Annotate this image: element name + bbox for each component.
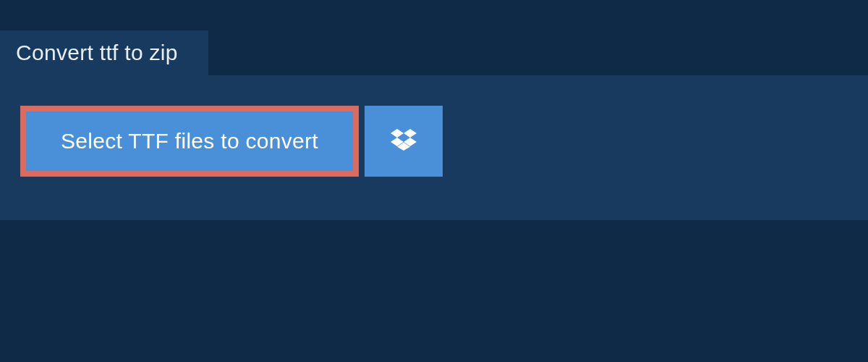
dropbox-button[interactable] — [365, 106, 443, 177]
upload-button-row: Select TTF files to convert — [20, 106, 848, 177]
tab-bar: Convert ttf to zip — [0, 0, 868, 75]
content-panel: Select TTF files to convert — [0, 75, 868, 220]
dropbox-icon — [391, 127, 417, 156]
tab-convert[interactable]: Convert ttf to zip — [0, 30, 208, 75]
tab-label: Convert ttf to zip — [16, 41, 178, 64]
select-files-label: Select TTF files to convert — [61, 129, 318, 153]
select-files-button[interactable]: Select TTF files to convert — [20, 106, 359, 177]
